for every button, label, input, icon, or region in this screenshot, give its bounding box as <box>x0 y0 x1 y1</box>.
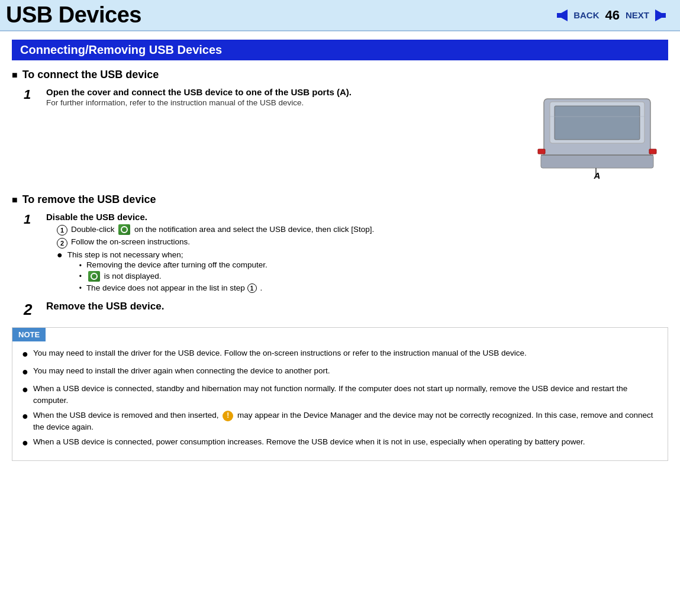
step-num-1: 1 <box>24 87 45 102</box>
svg-rect-1 <box>557 13 568 18</box>
sub-sub-2: • is not displayed. <box>79 271 268 282</box>
remove-sub1: 1 Double-click on the notification area … <box>57 224 668 236</box>
usb-port-label-a: A <box>594 170 601 180</box>
svg-rect-7 <box>541 155 653 168</box>
laptop-illustration: A <box>532 93 662 176</box>
remove-step1-content: Disable the USB device. 1 Double-click o… <box>46 212 668 296</box>
note-item-1: ● You may need to install the driver aga… <box>22 365 658 379</box>
step1-title: Open the cover and connect the USB devic… <box>46 87 514 97</box>
note-bullet-0: ● <box>22 346 28 362</box>
back-button[interactable] <box>549 7 570 24</box>
connect-text: 1 Open the cover and connect the USB dev… <box>12 87 514 112</box>
remove-step-num-2: 2 <box>24 301 45 319</box>
note-item-0: ● You may need to install the driver for… <box>22 347 658 362</box>
svg-rect-3 <box>655 13 666 18</box>
next-button[interactable] <box>653 7 674 24</box>
bullet-dot-1: ● <box>57 250 63 260</box>
remove-sub2: 2 Follow the on-screen instructions. <box>57 237 668 249</box>
bullet-sm-1: • <box>79 262 82 270</box>
circle-num-2: 2 <box>57 238 67 249</box>
step1-desc: For further information, refer to the in… <box>46 98 514 107</box>
svg-rect-9 <box>538 149 545 154</box>
main-content: Connecting/Removing USB Devices To conne… <box>0 31 680 469</box>
connect-step1: 1 Open the cover and connect the USB dev… <box>24 87 514 107</box>
sub-sub-3-text: The device does not appear in the list i… <box>86 283 262 293</box>
bullet-main-text: This step is not necessary when; <box>67 250 268 259</box>
note-text-3: When the USB device is removed and then … <box>33 409 658 433</box>
laptop-svg <box>532 93 662 176</box>
remove-step2-title: Remove the USB device. <box>46 301 668 312</box>
circle-ref-1: 1 <box>247 283 257 293</box>
remove-step-num-1: 1 <box>24 212 45 227</box>
note-bullet-2: ● <box>22 382 28 397</box>
remove-sub1-text: Double-click on the notification area an… <box>71 224 374 235</box>
note-header: NOTE <box>12 328 46 341</box>
back-label: BACK <box>573 10 599 20</box>
sub-sub-2-text: is not displayed. <box>86 271 162 282</box>
note-bullet-4: ● <box>22 435 28 450</box>
note-content: ● You may need to install the driver for… <box>12 341 668 460</box>
svg-rect-10 <box>649 149 656 154</box>
note-text-2: When a USB device is connected, standby … <box>33 383 658 406</box>
sub-sub-1-text: Removing the device after turning off th… <box>86 260 268 269</box>
remove-bullet: ● This step is not necessary when; • Rem… <box>57 250 668 294</box>
next-label: NEXT <box>626 10 649 20</box>
connect-heading: To connect the USB device <box>12 69 668 81</box>
circle-num-1: 1 <box>57 225 67 236</box>
usb-icon-1 <box>118 224 130 235</box>
bullet-sm-2: • <box>79 272 82 280</box>
warning-icon: ! <box>223 411 233 421</box>
remove-step2: 2 Remove the USB device. <box>24 301 668 319</box>
step1-content: Open the cover and connect the USB devic… <box>46 87 514 107</box>
sub-sub-list: • Removing the device after turning off … <box>79 260 268 293</box>
remove-step2-content: Remove the USB device. <box>46 301 668 312</box>
sub-sub-1: • Removing the device after turning off … <box>79 260 268 270</box>
remove-sub2-text: Follow the on-screen instructions. <box>71 237 190 246</box>
note-bullet-3: ● <box>22 408 28 424</box>
note-item-3: ● When the USB device is removed and the… <box>22 409 658 433</box>
page-title: USB Devices <box>6 2 141 28</box>
remove-sub-list: 1 Double-click on the notification area … <box>57 224 668 294</box>
remove-step1: 1 Disable the USB device. 1 Double-click… <box>24 212 668 296</box>
note-bullet-1: ● <box>22 364 28 379</box>
nav-controls: BACK 46 NEXT <box>549 7 674 24</box>
note-text-4: When a USB device is connected, power co… <box>33 436 585 448</box>
note-section: NOTE ● You may need to install the drive… <box>12 327 668 461</box>
remove-bullet-content: This step is not necessary when; • Remov… <box>67 250 268 294</box>
laptop-image-area: A <box>526 81 668 176</box>
usb-icon-2 <box>88 271 100 282</box>
page-header: USB Devices BACK 46 NEXT <box>0 0 680 31</box>
section-header: Connecting/Removing USB Devices <box>12 40 668 60</box>
note-text-0: You may need to install the driver for t… <box>33 347 527 359</box>
remove-step1-title: Disable the USB device. <box>46 212 668 222</box>
sub-sub-3: • The device does not appear in the list… <box>79 283 268 293</box>
page-number: 46 <box>605 8 620 23</box>
connect-section: 1 Open the cover and connect the USB dev… <box>12 87 668 176</box>
bullet-sm-3: • <box>79 284 82 292</box>
remove-heading: To remove the USB device <box>12 193 668 206</box>
note-item-4: ● When a USB device is connected, power … <box>22 436 658 450</box>
note-item-2: ● When a USB device is connected, standb… <box>22 383 658 406</box>
note-text-1: You may need to install the driver again… <box>33 365 330 377</box>
svg-rect-6 <box>555 106 640 140</box>
